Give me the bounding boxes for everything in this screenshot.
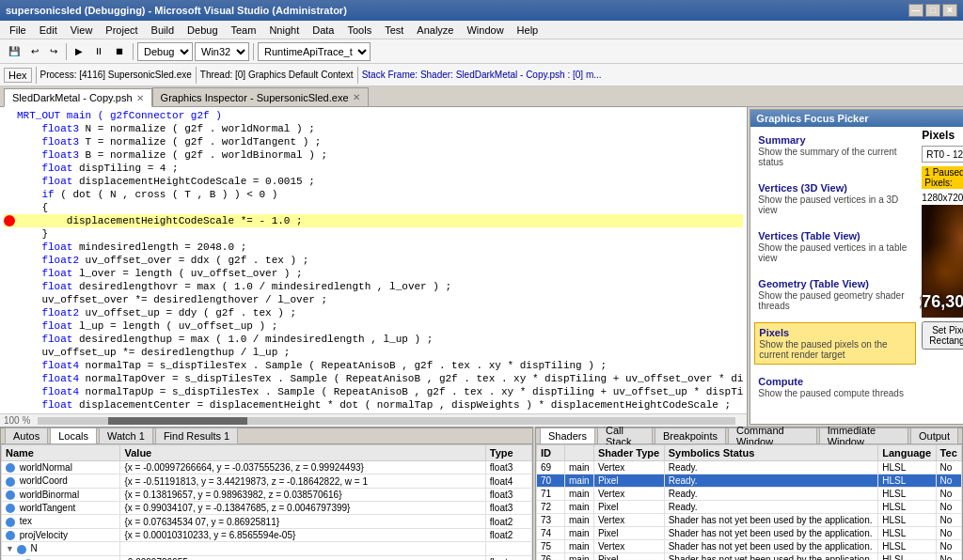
menu-item-nnight[interactable]: Nnight [263, 23, 305, 38]
pixels-image[interactable]: 576,302 [922, 205, 963, 318]
shaders-tab-immediatewindow[interactable]: Immediate Window [819, 428, 908, 444]
shaders-row-3[interactable]: 72 main Pixel Ready. HLSL No [537, 501, 962, 514]
runtime-dropdown[interactable]: RuntimeApiTrace_t [258, 42, 371, 61]
shaders-row-5[interactable]: 74 main Pixel Shader has not yet been us… [537, 527, 962, 540]
shader-id: 76 [537, 553, 565, 561]
file-tab-graphicsinspector-supersonicsled.exe[interactable]: Graphics Inspector - SupersonicSled.exe✕ [152, 87, 369, 106]
close-button[interactable]: ✕ [942, 4, 957, 17]
menu-item-build[interactable]: Build [146, 23, 180, 38]
menu-item-data[interactable]: Data [307, 23, 339, 38]
code-line-20: float4 normalTapUp = s_dispTilesTex . Sa… [4, 385, 743, 398]
locals-table: Name Value Type worldNormal {x = -0.0099… [1, 444, 532, 560]
locals-row-6[interactable]: ▼ N [2, 542, 532, 555]
gfx-section-vertices(3dview)[interactable]: Vertices (3D View)Show the paused vertic… [754, 179, 916, 219]
shader-tec: No [936, 527, 961, 540]
menu-item-window[interactable]: Window [461, 23, 509, 38]
minimize-button[interactable]: — [908, 4, 924, 17]
locals-row-1[interactable]: worldCoord {x = -0.51191813, y = 3.44219… [2, 474, 532, 488]
tab-close-icon[interactable]: ✕ [136, 93, 144, 103]
code-line-13: uv_offset_over *= desiredlengthover / l_… [4, 293, 743, 306]
debug-play-btn[interactable]: ▶ [71, 41, 87, 62]
hex-btn[interactable]: Hex [4, 68, 32, 83]
menu-item-edit[interactable]: Edit [34, 23, 63, 38]
stack-label: Stack Frame: Shader: SledDarkMetal - Cop… [362, 70, 602, 80]
gfx-section-pixels[interactable]: PixelsShow the paused pixels on the curr… [754, 322, 916, 365]
shader-symbolics: Shader has not yet been used by the appl… [664, 514, 878, 527]
undo-btn[interactable]: ↩ [26, 41, 43, 62]
process-label: Process: [4116] SupersonicSled.exe [40, 70, 192, 80]
menu-item-view[interactable]: View [65, 23, 99, 38]
set-pixel-rect-button[interactable]: Set Pixel Rectangle [922, 321, 963, 350]
redo-btn[interactable]: ↪ [45, 41, 62, 62]
shader-id: 70 [537, 474, 565, 488]
menu-item-debug[interactable]: Debug [182, 23, 223, 38]
tab-close-icon[interactable]: ✕ [353, 92, 360, 102]
menu-item-project[interactable]: Project [100, 23, 143, 38]
platform-dropdown[interactable]: Win32 [195, 42, 249, 61]
shader-tec: No [936, 540, 961, 553]
var-icon [6, 490, 15, 500]
sh-col-symbolics: Symbolics Status [664, 445, 878, 461]
menu-item-test[interactable]: Test [379, 23, 409, 38]
file-tab-sleddarkmetal-copy.psh[interactable]: SledDarkMetal - Copy.psh✕ [4, 88, 152, 107]
sh-col-id: ID [537, 445, 565, 461]
menu-item-team[interactable]: Team [226, 23, 262, 38]
shaders-row-6[interactable]: 75 main Vertex Shader has not yet been u… [537, 540, 962, 553]
menu-item-help[interactable]: Help [512, 23, 545, 38]
shaders-tab-shaders[interactable]: Shaders [540, 428, 595, 444]
locals-value [120, 542, 485, 555]
locals-tab-autos[interactable]: Autos [5, 428, 48, 444]
debug-stop-btn[interactable]: ⏹ [110, 41, 129, 62]
shader-name: main [565, 514, 594, 527]
shaders-panel: ShadersCall StackBreakpointsCommand Wind… [535, 427, 963, 560]
locals-row-0[interactable]: worldNormal {x = -0.00997266664, y = -0.… [2, 461, 532, 474]
gfx-section-compute[interactable]: ComputeShow the paused compute threads [754, 372, 916, 402]
code-editor[interactable]: MRT_OUT main ( g2fConnector g2f ) float3… [0, 107, 747, 413]
shaders-tab-breakpoints[interactable]: Breakpoints [655, 428, 726, 444]
breakpoint-icon[interactable] [4, 215, 15, 226]
locals-row-3[interactable]: worldTangent {x = 0.99034107, y = -0.138… [2, 502, 532, 515]
gfx-section-vertices(tableview)[interactable]: Vertices (Table View)Show the paused ver… [754, 226, 916, 267]
locals-type: float3 [485, 502, 531, 515]
locals-table-content[interactable]: Name Value Type worldNormal {x = -0.0099… [1, 444, 532, 560]
code-line-7: displacementHeightCodeScale *= - 1.0 ; [4, 214, 743, 227]
gfx-picker-header: Graphics Focus Picker 📌 ✕ [750, 110, 963, 127]
shaders-tab-commandwindow[interactable]: Command Window [728, 428, 817, 444]
maximize-button[interactable]: □ [925, 4, 940, 17]
shader-id: 71 [537, 488, 565, 501]
locals-row-2[interactable]: worldBinormal {x = 0.13819657, y = 0.989… [2, 488, 532, 501]
locals-row-5[interactable]: projVelocity {x = 0.00010310233, y = 6.8… [2, 528, 532, 541]
debug-pause-btn[interactable]: ⏸ [89, 41, 108, 62]
locals-value: {x = 0.07634534 07, y = 0.86925811} [120, 515, 485, 528]
gfx-sections-list: SummaryShow the summary of the current s… [750, 127, 920, 424]
locals-tab-watch1[interactable]: Watch 1 [99, 428, 153, 444]
shaders-table-content[interactable]: ID Shader Type Symbolics Status Language… [536, 444, 962, 560]
shader-type: Pixel [593, 553, 664, 561]
debug-mode-dropdown[interactable]: Debug [137, 42, 193, 61]
shaders-tab-output[interactable]: Output [910, 428, 958, 444]
var-icon [6, 504, 15, 513]
gfx-section-geometry(tableview)[interactable]: Geometry (Table View)Show the paused geo… [754, 274, 916, 315]
shaders-tab-callstack[interactable]: Call Stack [597, 428, 653, 444]
gfx-section-summary[interactable]: SummaryShow the summary of the current s… [754, 131, 916, 171]
locals-child-6-0[interactable]: x -0.0099726655 float [2, 555, 532, 560]
shaders-row-0[interactable]: 69 main Vertex Ready. HLSL No [537, 461, 962, 474]
menu-item-file[interactable]: File [4, 23, 32, 38]
locals-row-4[interactable]: tex {x = 0.07634534 07, y = 0.86925811} … [2, 515, 532, 528]
right-panel: Graphics Focus Picker 📌 ✕ SummaryShow th… [748, 107, 963, 427]
shader-id: 72 [537, 501, 565, 514]
shaders-row-7[interactable]: 76 main Pixel Shader has not yet been us… [537, 553, 962, 561]
code-line-17: uv_offset_up *= desiredlengthup / l_up ; [4, 346, 743, 359]
locals-tab-locals[interactable]: Locals [50, 428, 97, 444]
pixels-dropdown[interactable]: RT0 - 1280x720 - (R16G16B16A16_FLOAT) [922, 146, 963, 163]
shader-name: main [565, 501, 594, 514]
menu-item-analyze[interactable]: Analyze [411, 23, 459, 38]
shader-name: main [565, 461, 594, 474]
code-line-0: float3 N = normalize ( g2f . worldNormal… [4, 122, 743, 135]
shaders-row-4[interactable]: 73 main Vertex Shader has not yet been u… [537, 514, 962, 527]
save-btn[interactable]: 💾 [4, 41, 24, 62]
menu-item-tools[interactable]: Tools [341, 23, 377, 38]
shaders-row-1[interactable]: 70 main Pixel Ready. HLSL No [537, 474, 962, 488]
shaders-row-2[interactable]: 71 main Vertex Ready. HLSL No [537, 488, 962, 501]
locals-tab-findresults1[interactable]: Find Results 1 [155, 428, 238, 444]
